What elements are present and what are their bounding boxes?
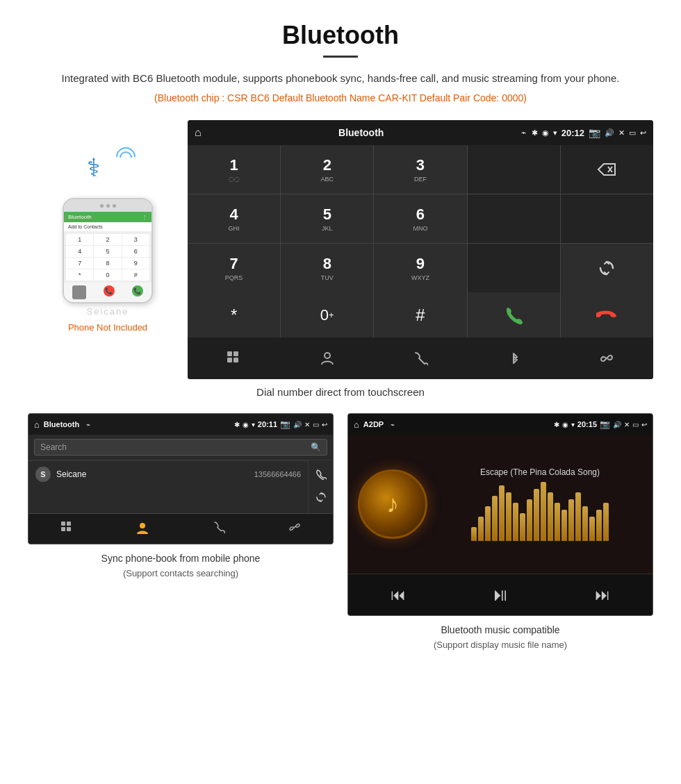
phone-bluetooth-label: Bluetooth [68,214,92,220]
bluetooth-waves-icon [120,151,136,167]
phone-key-9: 9 [122,258,149,269]
music-title: A2DP [363,420,384,428]
pb-contact-number: 13566664466 [254,470,301,478]
home-icon[interactable]: ⌂ [195,126,202,139]
status-right-icons: ✱ ◉ ▾ 20:12 📷 🔊 ✕ ▭ ↩ [532,127,646,138]
dial-key-star[interactable]: * [188,292,280,337]
reload-icon [598,259,616,277]
phone-dialpad: 1 2 3 4 5 6 7 8 9 * 0 # [64,232,151,283]
music-signal-icon: ▾ [571,421,575,428]
phone-icon [413,351,428,366]
pb-close-icon[interactable]: ✕ [304,421,310,428]
title-divider [323,56,358,58]
car-dialpad-screen: ⌂ Bluetooth ⌁ ✱ ◉ ▾ 20:12 📷 🔊 ✕ ▭ ↩ [188,120,653,379]
dial-bottom-bluetooth[interactable] [468,337,560,379]
pb-grid-icon [60,521,73,533]
dial-key-empty-1 [468,145,560,194]
dial-key-9[interactable]: 9WXYZ [374,244,466,292]
eq-bar [582,506,588,541]
dial-action-row: * 0+ # [188,292,653,337]
pb-bottom-phone[interactable] [181,514,257,544]
dial-key-hash[interactable]: # [374,292,466,337]
link-icon [599,351,614,366]
eq-bar [520,513,525,541]
dial-key-empty-2 [468,194,560,243]
dial-key-0[interactable]: 0+ [281,292,373,337]
signal-status-icon: ▾ [553,128,557,137]
pb-bottom-link[interactable] [257,514,334,544]
eq-bar [555,503,560,541]
side-phone-icon [315,469,327,480]
dial-key-2[interactable]: 2ABC [281,145,373,194]
music-back-icon[interactable]: ↩ [641,421,647,428]
dial-end-call-button[interactable] [561,292,653,337]
prev-track-button[interactable]: ⏮ [391,586,406,604]
dial-key-empty-4 [468,244,560,292]
back-icon[interactable]: ↩ [640,128,646,137]
pb-contacts-list: S Seicane 13566664466 [28,460,308,513]
phone-key-8: 8 [94,258,121,269]
dial-key-3[interactable]: 3DEF [374,145,466,194]
pb-bottom-grid[interactable] [28,514,105,544]
pb-side-phone-icon[interactable] [315,465,327,486]
eq-bar [568,499,574,541]
phone-mockup-column: ⚕ Bluetooth ⋮ Add to C [28,120,188,333]
dial-bottom-contacts[interactable] [281,337,373,379]
dial-key-6[interactable]: 6MNO [374,194,466,243]
dial-key-1[interactable]: 1◌◌ [188,145,280,194]
music-home-icon[interactable]: ⌂ [354,419,359,430]
phone-add-contact: Add to Contacts [64,222,151,232]
phone-not-included-label: Phone Not Included [68,322,147,333]
pb-usb-icon: ⌁ [86,421,90,428]
volume-icon[interactable]: 🔊 [605,128,614,137]
dial-key-5[interactable]: 5JKL [281,194,373,243]
music-status-right: ✱ ◉ ▾ 20:15 📷 🔊 ✕ ▭ ↩ [554,419,647,429]
eq-bar [485,506,491,541]
pb-vol-icon[interactable]: 🔊 [293,421,302,428]
eq-bar [471,527,477,541]
music-caption: Bluetooth music compatible (Support disp… [434,623,567,652]
pb-back-icon[interactable]: ↩ [322,421,327,428]
pb-win-icon[interactable]: ▭ [313,421,319,428]
dial-key-8[interactable]: 8TUV [281,244,373,292]
phonebook-screen: ⌂ Bluetooth ⌁ ✱ ◉ ▾ 20:11 📷 🔊 ✕ ▭ ↩ [28,413,334,544]
dial-key-reload[interactable] [561,244,653,292]
dial-key-4[interactable]: 4GHI [188,194,280,243]
search-icon: 🔍 [311,442,321,452]
svg-rect-9 [61,527,65,531]
play-pause-button[interactable]: ⏯ [491,584,509,606]
music-note-icon: ♪ [386,490,399,519]
pb-search-bar: Search 🔍 [28,435,333,460]
dial-bottom-link[interactable] [561,337,653,379]
phone-key-1: 1 [66,234,93,245]
close-icon[interactable]: ✕ [618,128,625,137]
eq-bar [589,517,595,541]
dial-bottom-grid[interactable] [188,337,280,379]
dial-call-button[interactable] [468,292,560,337]
pb-contact-row[interactable]: S Seicane 13566664466 [28,460,308,487]
phone-bottom-bar: 📞 📞 [64,283,151,302]
dial-key-backspace[interactable] [561,145,653,194]
phonebook-caption-sub: (Support contacts searching) [123,568,238,578]
window-icon[interactable]: ▭ [629,128,636,137]
music-caption-main: Bluetooth music compatible [441,624,559,635]
music-win-icon[interactable]: ▭ [632,421,639,428]
pb-side-reload-icon[interactable] [315,487,327,509]
phone-green-bar: Bluetooth ⋮ [64,212,151,222]
music-caption-sub: (Support display music file name) [434,640,567,650]
phone-key-0: 0 [94,269,121,281]
music-loc-icon: ◉ [562,421,568,428]
pb-search-input[interactable]: Search 🔍 [34,439,327,456]
bluetooth-status-icon: ✱ [532,128,538,137]
eq-bar [548,492,553,541]
bluetooth-bottom-icon [506,351,521,366]
music-vol-icon[interactable]: 🔊 [613,421,621,428]
dial-bottom-phone[interactable] [374,337,466,379]
phone-key-hash: # [122,269,149,281]
music-close-icon[interactable]: ✕ [624,421,630,428]
pb-home-icon[interactable]: ⌂ [34,419,40,430]
album-art: ♪ [358,469,427,539]
dial-key-7[interactable]: 7PQRS [188,244,280,292]
next-track-button[interactable]: ⏭ [595,586,610,604]
pb-bottom-person[interactable] [105,514,181,544]
